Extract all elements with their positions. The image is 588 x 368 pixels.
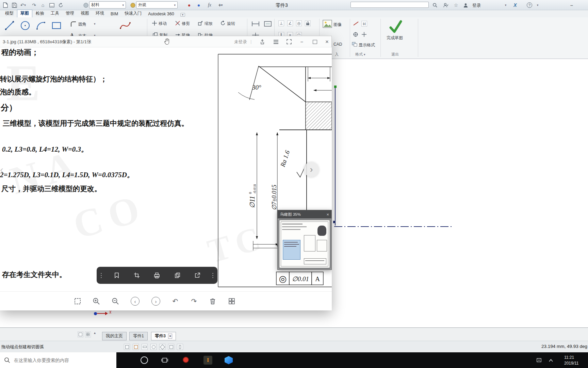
tile-windows-icon[interactable] — [85, 332, 91, 337]
crop-icon[interactable] — [131, 270, 143, 281]
redo-icon[interactable]: ↷ — [30, 2, 38, 9]
sketch-line[interactable] — [335, 88, 336, 226]
trim-icon[interactable] — [175, 20, 180, 27]
help-icon[interactable]: ? — [527, 2, 532, 8]
dimension-icon[interactable] — [251, 20, 260, 29]
angle-constraint-icon[interactable]: ∠ — [287, 20, 293, 26]
scale-icon[interactable] — [198, 20, 203, 27]
bookmark-icon[interactable] — [111, 270, 122, 281]
tray-chevron-icon[interactable] — [549, 358, 553, 363]
viewer-minimize-icon[interactable]: − — [298, 39, 306, 45]
origin-point[interactable] — [94, 312, 97, 315]
rectangle-tool-icon[interactable] — [50, 19, 63, 33]
new-file-icon[interactable] — [1, 2, 10, 9]
fillet-icon[interactable] — [70, 21, 77, 29]
spline-tool-icon[interactable] — [119, 20, 131, 32]
material-dropdown[interactable]: 材料▾ — [89, 1, 126, 9]
cortana-icon[interactable] — [141, 356, 148, 364]
tab-bim[interactable]: BIM — [108, 11, 121, 17]
viewer-login-status[interactable]: 未登录 — [234, 39, 247, 45]
rotate-right-icon[interactable]: ↷ — [189, 296, 199, 306]
tab-environments[interactable]: 环境 — [93, 10, 107, 17]
tab-sketch[interactable]: 草图 — [17, 10, 32, 17]
next-image-arrow[interactable]: › — [304, 162, 319, 177]
menu-icon[interactable] — [272, 39, 280, 45]
tray-icon[interactable] — [536, 357, 542, 364]
sketch-point[interactable] — [334, 86, 337, 88]
more-options-icon[interactable] — [212, 273, 214, 278]
share-icon[interactable] — [259, 39, 266, 45]
panel-label-format[interactable]: 格式 ▾ — [355, 52, 365, 57]
scale-label[interactable]: 缩放 — [205, 21, 213, 27]
insert-image-icon[interactable] — [323, 20, 332, 29]
open-external-icon[interactable] — [192, 270, 203, 281]
display-format-icon[interactable] — [352, 42, 357, 48]
status-tool-icon[interactable] — [150, 344, 157, 350]
tab-model[interactable]: 模型 — [2, 10, 17, 17]
red-override-icon[interactable]: ● — [185, 2, 193, 9]
fx-parameters-icon[interactable]: fx — [206, 2, 214, 9]
rotate-left-icon[interactable]: ↶ — [170, 296, 180, 306]
taskbar-search[interactable] — [0, 352, 116, 368]
birdview-titlebar[interactable]: 鸟瞰图 35% × — [278, 210, 331, 218]
finish-sketch-label[interactable]: 完成草图 — [387, 35, 403, 41]
move-label[interactable]: 移动 — [159, 21, 167, 27]
taskbar-search-input[interactable] — [13, 357, 110, 363]
recorder-app-icon[interactable] — [183, 357, 189, 363]
finish-sketch-icon[interactable] — [388, 19, 404, 35]
task-view-icon[interactable] — [161, 357, 168, 365]
browser-toggle-icon[interactable] — [78, 332, 83, 337]
account-caret-icon[interactable]: ▾ — [502, 2, 510, 9]
arc-tool-icon[interactable] — [35, 19, 47, 33]
status-tool-icon[interactable] — [133, 344, 139, 350]
autodesk-x-icon[interactable]: X — [511, 2, 519, 9]
sketch-endpoint[interactable] — [333, 221, 336, 223]
insert-cad-label[interactable]: CAD — [333, 42, 342, 47]
user-edit-icon[interactable] — [442, 2, 450, 9]
tab-tools[interactable]: 工具 — [48, 10, 62, 17]
tab-close-icon[interactable]: × — [168, 334, 172, 338]
viewer-titlebar[interactable]: 3-1.jpg (11.83MB , 6518x4318像素) - 第1/1张 … — [0, 36, 331, 47]
favorites-star-icon[interactable]: ☆ — [452, 2, 460, 9]
taskbar-clock[interactable]: 11:21 2019/11 — [564, 355, 579, 367]
refresh-icon[interactable] — [56, 2, 65, 9]
inventor-app-icon[interactable]: I — [203, 356, 212, 365]
rotate-label[interactable]: 旋转 — [227, 21, 235, 27]
auto-dimension-icon[interactable] — [263, 20, 272, 29]
x-axis-arrow[interactable] — [97, 313, 105, 314]
rotate-icon[interactable] — [220, 20, 226, 27]
doc-tab-home[interactable]: 我的主页 — [102, 332, 127, 340]
blue-override-icon[interactable]: ● — [195, 2, 203, 9]
print-icon[interactable] — [151, 270, 163, 281]
circle-tool-icon[interactable] — [19, 19, 31, 33]
tab-view[interactable]: 视图 — [78, 10, 92, 17]
delete-image-icon[interactable] — [208, 296, 217, 306]
sketch-centerline[interactable] — [334, 226, 453, 227]
fullscreen-icon[interactable] — [285, 39, 293, 45]
copy-page-icon[interactable] — [172, 270, 183, 281]
doc-tab-part3[interactable]: 零件3 × — [151, 332, 176, 340]
status-tool-icon[interactable] — [124, 344, 130, 350]
insert-image-label[interactable]: 图像 — [333, 22, 342, 28]
drawing-sheet-icon[interactable] — [48, 2, 56, 9]
tab-getstarted[interactable]: 快速入门 — [121, 10, 145, 17]
next-image-button[interactable]: › — [151, 296, 161, 306]
birdview-thumbnail[interactable] — [279, 220, 330, 268]
text-height-icon[interactable]: H — [361, 21, 367, 27]
thumbnail-grid-icon[interactable] — [227, 296, 236, 306]
minimize-window-icon[interactable]: − — [568, 2, 576, 9]
lock-constraint-icon[interactable] — [305, 20, 311, 26]
fillet-caret-icon[interactable]: ▾ — [94, 22, 96, 26]
status-tool-icon[interactable] — [159, 344, 165, 350]
tab-autodesk360[interactable]: Autodesk 360 — [145, 11, 177, 17]
birdview-close-icon[interactable]: × — [326, 212, 329, 217]
perpendicular-constraint-icon[interactable]: ⊥ — [278, 20, 284, 26]
add-icon[interactable]: +▾ — [216, 2, 225, 9]
expand-tabs-icon[interactable]: ▴ — [94, 331, 96, 335]
fillet-label[interactable]: 圆角 — [78, 21, 86, 27]
undo-icon[interactable]: ↶▾ — [19, 2, 27, 9]
display-format-label[interactable]: 显示格式 — [359, 42, 375, 48]
fit-screen-icon[interactable] — [73, 296, 82, 306]
ribbon-display-toggle[interactable]: ▾ — [180, 13, 185, 17]
panel-label-insert[interactable]: 入 — [335, 52, 339, 57]
